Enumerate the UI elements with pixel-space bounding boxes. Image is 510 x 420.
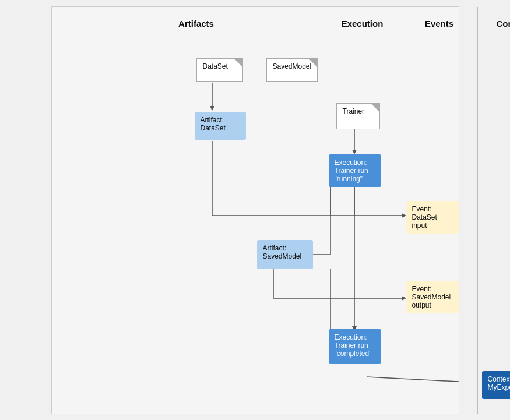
divider-contexts [477, 7, 478, 414]
dataset-type-label: DataSet [203, 62, 228, 70]
header-contexts: Contexts [496, 19, 510, 29]
event-savedmodel-output-label: Event:SavedModeloutput [412, 285, 451, 309]
header-execution: Execution [342, 19, 384, 29]
trainer-type-node: Trainer [336, 103, 380, 129]
dataset-type-node: DataSet [196, 58, 243, 82]
execution-completed-node: Execution:Trainer run"completed" [329, 329, 381, 364]
svg-marker-8 [402, 213, 406, 218]
execution-running-label: Execution:Trainer run"running" [335, 158, 368, 183]
svg-marker-1 [210, 106, 214, 111]
svg-marker-3 [352, 150, 357, 154]
svg-line-18 [367, 377, 459, 383]
trainer-type-label: Trainer [343, 107, 365, 115]
connection-lines [52, 7, 459, 414]
header-events: Events [425, 19, 453, 29]
event-dataset-input-label: Event:DataSet input [412, 205, 437, 230]
diagram-container: Artifacts Execution Events Contexts [51, 6, 459, 414]
execution-running-node: Execution:Trainer run"running" [329, 154, 381, 187]
savedmodel-type-node: SavedModel [266, 58, 318, 82]
context-myexperiment-label: Context:MyExperiment [488, 375, 511, 391]
artifact-savedmodel-label: Artifact:SavedModel [263, 244, 302, 260]
execution-completed-label: Execution:Trainer run"completed" [335, 333, 372, 358]
event-dataset-input-node: Event:DataSet input [406, 201, 459, 234]
divider-execution [323, 7, 323, 414]
svg-marker-15 [402, 296, 406, 301]
artifact-dataset-label: Artifact:DataSet [201, 116, 226, 132]
artifact-savedmodel-node: Artifact:SavedModel [257, 240, 313, 269]
divider-events [402, 7, 402, 414]
artifact-dataset-node: Artifact:DataSet [195, 112, 246, 140]
context-myexperiment-node: Context:MyExperiment [482, 371, 511, 399]
event-savedmodel-output-node: Event:SavedModeloutput [406, 281, 459, 313]
header-artifacts: Artifacts [178, 19, 214, 29]
divider-artifacts [192, 7, 192, 414]
savedmodel-type-label: SavedModel [273, 62, 312, 70]
